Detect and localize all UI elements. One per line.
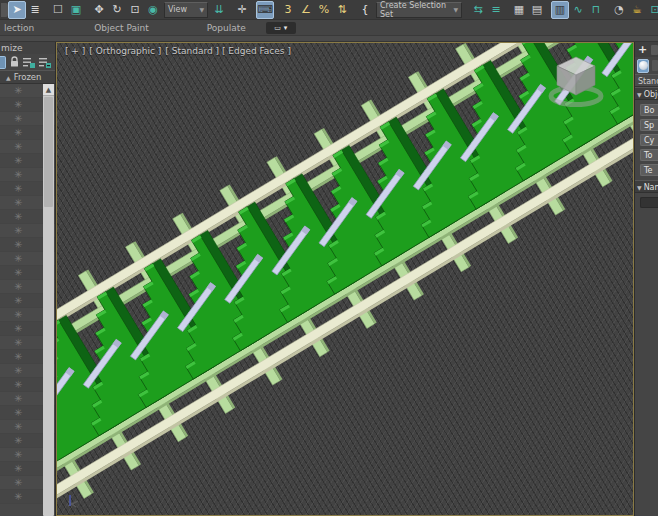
- select-object-button[interactable]: ➤: [8, 1, 26, 19]
- rendered-frame-window-button[interactable]: ⊡: [646, 1, 658, 19]
- geometry-category-button[interactable]: [637, 59, 649, 73]
- object-type-buttons: BoSpCyToTe: [635, 100, 658, 180]
- clipped-left-icon[interactable]: [1, 3, 8, 17]
- use-pivot-point-center-button[interactable]: ⇊: [210, 1, 228, 19]
- 3dsmax-window: ➤≣☐▣✥↻⊡◉View▼⇊✛⌨3∠%⇅{Create Selection Se…: [0, 0, 658, 516]
- select-and-place-button[interactable]: ◉: [144, 1, 162, 19]
- spinner-snap-toggle-button[interactable]: ⇅: [333, 1, 351, 19]
- percent-snap-toggle-button[interactable]: %: [315, 1, 333, 19]
- world-axis-icon: [63, 491, 83, 511]
- viewport-shading-menu[interactable]: [ Standard ] [ Edged Faces ]: [165, 46, 291, 56]
- ribbon-tab-object-paint[interactable]: Object Paint: [90, 23, 152, 33]
- frozen-column-header[interactable]: ▲ Frozen: [0, 70, 55, 84]
- scroll-up-icon[interactable]: ▲: [43, 84, 54, 96]
- edit-named-selection-sets-button[interactable]: {: [356, 1, 374, 19]
- scene-explorer-toolbar: [0, 54, 55, 70]
- mirror-button[interactable]: ⇆: [469, 1, 487, 19]
- curve-editor-button[interactable]: ∿: [569, 1, 587, 19]
- explorer-scrollbar-thumb[interactable]: [44, 97, 53, 207]
- chevron-down-icon: ▼: [199, 6, 204, 13]
- window-crossing-toggle[interactable]: ▣: [67, 1, 85, 19]
- viewcube[interactable]: [545, 51, 607, 109]
- viewport-label: [ + ] [ Orthographic ] [ Standard ] [ Ed…: [65, 46, 291, 56]
- object-type-button[interactable]: Sp: [640, 119, 658, 131]
- viewport-general-menu[interactable]: [ + ]: [65, 46, 85, 56]
- primitive-category-dropdown[interactable]: Standar: [635, 74, 658, 87]
- select-by-name-button[interactable]: ≣: [26, 1, 44, 19]
- angle-snap-toggle-button[interactable]: ∠: [297, 1, 315, 19]
- name-color-rollout[interactable]: ▼Nam: [635, 180, 658, 193]
- ribbon-tab-populate[interactable]: Populate: [203, 23, 250, 33]
- object-type-button[interactable]: Cy: [640, 134, 658, 146]
- command-panel: + Standar ▼Obje BoSpCyToTe ▼Nam: [634, 42, 658, 516]
- schematic-view-button[interactable]: ⊓: [587, 1, 605, 19]
- toggle-layer-explorer-button[interactable]: ▤: [528, 1, 546, 19]
- rectangular-selection-region-button[interactable]: ☐: [49, 1, 67, 19]
- snaps-toggle-3d-button[interactable]: 3: [279, 1, 297, 19]
- scene-explorer-list: ✳✳✳✳✳✳✳✳✳✳✳✳✳✳✳✳✳✳✳✳✳✳✳✳✳✳✳✳✳✳ ▲: [0, 84, 55, 516]
- ribbon-panel-icon: ▭: [274, 24, 281, 32]
- select-and-uniform-scale-button[interactable]: ⊡: [126, 1, 144, 19]
- keyboard-shortcut-override-toggle[interactable]: ⌨: [256, 1, 274, 19]
- chevron-down-icon: ▼: [453, 6, 458, 13]
- lock-icon[interactable]: [9, 56, 20, 68]
- object-type-rollout[interactable]: ▼Obje: [635, 87, 658, 100]
- add-to-display-icon[interactable]: [23, 57, 36, 68]
- create-tab-icon[interactable]: +: [638, 43, 647, 56]
- select-and-move-button[interactable]: ✥: [90, 1, 108, 19]
- align-button[interactable]: ≡: [487, 1, 505, 19]
- main-toolbar: ➤≣☐▣✥↻⊡◉View▼⇊✛⌨3∠%⇅{Create Selection Se…: [0, 0, 658, 20]
- object-name-field[interactable]: [640, 197, 658, 208]
- object-type-button[interactable]: Bo: [640, 104, 658, 116]
- material-editor-button[interactable]: ◔: [610, 1, 628, 19]
- sphere-icon: [639, 61, 648, 70]
- ribbon-tab-bar: lection Object Paint Populate ▭ ▾: [0, 20, 658, 36]
- ribbon-tab-selection[interactable]: lection: [0, 23, 38, 33]
- 3d-scene[interactable]: [57, 43, 633, 516]
- name-color-rollout-label: Nam: [644, 183, 658, 192]
- rollout-arrow-icon: ▼: [637, 184, 642, 191]
- select-and-rotate-button[interactable]: ↻: [108, 1, 126, 19]
- scene-explorer-panel: mize ▲ Frozen: [0, 42, 56, 516]
- shapes-category-button[interactable]: [652, 60, 658, 71]
- frozen-column-label: Frozen: [14, 72, 42, 82]
- perspective-viewport[interactable]: [ + ] [ Orthographic ] [ Standard ] [ Ed…: [56, 42, 634, 516]
- rollout-arrow-icon: ▼: [637, 91, 642, 98]
- scene-explorer-title-fragment: mize: [0, 42, 55, 54]
- object-type-rollout-label: Obje: [644, 90, 658, 99]
- modify-tab-icon[interactable]: [651, 45, 658, 55]
- named-selection-sets-dropdown-label: Create Selection Set: [380, 1, 450, 19]
- toggle-scene-explorer-button[interactable]: ▦: [510, 1, 528, 19]
- create-categories: [635, 57, 658, 74]
- render-setup-button[interactable]: ☕: [628, 1, 646, 19]
- viewport-pov-menu[interactable]: [ Orthographic ]: [89, 46, 161, 56]
- select-and-manipulate-button[interactable]: ✛: [233, 1, 251, 19]
- toggle-ribbon-button[interactable]: ▥: [551, 1, 569, 19]
- explorer-scrollbar[interactable]: ▲: [43, 84, 54, 516]
- remove-from-display-icon[interactable]: [39, 57, 52, 68]
- explorer-active-filter-button[interactable]: [0, 56, 6, 69]
- reference-coordinate-system-dropdown[interactable]: View▼: [164, 2, 208, 18]
- object-type-button[interactable]: To: [640, 149, 658, 161]
- chevron-down-icon: ▾: [284, 24, 288, 32]
- ribbon-panel-toggle-button[interactable]: ▭ ▾: [266, 22, 296, 34]
- sort-ascending-icon: ▲: [6, 74, 11, 81]
- workspace: mize ▲ Frozen: [0, 42, 658, 516]
- track-assembly[interactable]: [57, 43, 633, 516]
- reference-coordinate-system-dropdown-label: View: [168, 5, 187, 14]
- object-type-button[interactable]: Te: [640, 164, 658, 176]
- command-panel-tabs: +: [635, 42, 658, 57]
- named-selection-sets-dropdown[interactable]: Create Selection Set▼: [376, 2, 462, 18]
